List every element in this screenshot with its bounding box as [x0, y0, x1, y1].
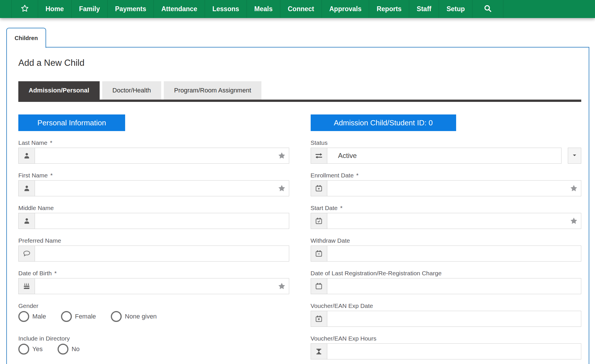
field-label: Enrollment Date * — [311, 172, 582, 179]
last-name-input[interactable] — [35, 148, 289, 163]
required-mark: * — [356, 172, 358, 179]
field-withdraw-date: Withdraw Date — [311, 237, 582, 262]
field-start-date: Start Date * — [311, 205, 582, 229]
field-last-name: Last Name * — [18, 139, 289, 164]
start-date-input[interactable] — [327, 213, 581, 229]
gender-male-radio[interactable]: Male — [18, 311, 46, 322]
swap-arrows-icon — [311, 148, 327, 163]
field-last-registration-charge-date: Date of Last Registration/Re-Registratio… — [311, 270, 582, 294]
field-label: First Name * — [18, 172, 289, 179]
directory-yes-radio[interactable]: Yes — [18, 344, 43, 355]
radio-circle[interactable] — [18, 311, 29, 322]
form-tabstrip: Admission/Personal Doctor/Health Program… — [18, 81, 581, 102]
nav-item-approvals[interactable]: Approvals — [322, 0, 369, 18]
tab-children-label: Children — [15, 35, 38, 41]
field-label: Status — [311, 139, 582, 146]
voucher-exp-date-input[interactable] — [327, 311, 581, 327]
tab-children[interactable]: Children — [6, 28, 46, 48]
page-title: Add a New Child — [18, 58, 581, 68]
nav-item-attendance[interactable]: Attendance — [153, 0, 204, 18]
label-text: Enrollment Date — [311, 172, 354, 179]
children-panel: Add a New Child Admission/Personal Docto… — [6, 47, 589, 364]
nav-item-home[interactable]: Home — [38, 0, 71, 18]
caret-down-icon — [572, 152, 578, 159]
field-label: Date of Birth * — [18, 270, 289, 277]
field-voucher-exp-date: Voucher/EAN Exp Date — [311, 302, 582, 327]
radio-label: Yes — [32, 345, 43, 353]
nav-item-staff[interactable]: Staff — [409, 0, 439, 18]
field-label: Middle Name — [18, 205, 289, 211]
radio-label: Female — [75, 313, 96, 320]
radio-circle[interactable] — [58, 344, 68, 355]
status-select[interactable]: Active — [311, 148, 562, 164]
search-button[interactable] — [472, 0, 503, 18]
nav-item-setup[interactable]: Setup — [439, 0, 472, 18]
label-text: Withdraw Date — [311, 237, 350, 244]
required-mark: * — [340, 205, 342, 211]
tab-admission-personal[interactable]: Admission/Personal — [18, 81, 100, 100]
field-label: Voucher/EAN Exp Hours — [311, 335, 582, 342]
calendar-icon — [311, 278, 327, 294]
top-navbar: Home Family Payments Attendance Lessons … — [0, 0, 595, 18]
last-registration-charge-date-input[interactable] — [327, 278, 581, 294]
person-icon — [19, 181, 35, 196]
nav-item-connect[interactable]: Connect — [280, 0, 322, 18]
search-icon — [483, 4, 492, 14]
person-icon — [19, 148, 35, 163]
nav-item-payments[interactable]: Payments — [107, 0, 154, 18]
field-label: Last Name * — [18, 139, 289, 146]
label-text: First Name — [18, 172, 48, 179]
field-voucher-exp-hours: Voucher/EAN Exp Hours — [311, 335, 582, 359]
enrollment-date-input[interactable] — [327, 181, 581, 196]
nav-item-meals[interactable]: Meals — [247, 0, 280, 18]
status-dropdown-button[interactable] — [568, 148, 581, 164]
radio-label: No — [72, 345, 80, 353]
field-label: Date of Last Registration/Re-Registratio… — [311, 270, 582, 277]
label-text: Middle Name — [18, 205, 54, 211]
tab-program-room-assignment[interactable]: Program/Room Assignment — [164, 81, 261, 100]
label-text: Date of Birth — [18, 270, 52, 277]
hourglass-icon — [311, 344, 327, 359]
calendar-check-icon — [311, 213, 327, 229]
voucher-exp-hours-input[interactable] — [327, 344, 581, 359]
tab-doctor-health[interactable]: Doctor/Health — [102, 81, 161, 100]
admission-header: Admission Child/Student ID: 0 — [311, 114, 456, 131]
nav-item-reports[interactable]: Reports — [369, 0, 409, 18]
gender-female-radio[interactable]: Female — [61, 311, 96, 322]
calendar-minus-icon — [311, 246, 327, 261]
speech-bubble-icon — [19, 246, 35, 261]
field-label: Withdraw Date — [311, 237, 582, 244]
radio-label: Male — [32, 313, 46, 320]
label-text: Status — [311, 139, 328, 146]
nav-item-family[interactable]: Family — [71, 0, 107, 18]
field-first-name: First Name * — [18, 172, 289, 196]
date-of-birth-input[interactable] — [35, 278, 289, 294]
radio-circle[interactable] — [18, 344, 29, 355]
middle-name-input[interactable] — [35, 213, 289, 229]
admission-section: Admission Child/Student ID: 0 Status Act… — [311, 114, 582, 359]
label-text: Last Name — [18, 139, 48, 146]
include-in-directory-group: Include in Directory Yes No — [18, 335, 289, 355]
label-text: Start Date — [311, 205, 338, 211]
calendar-x-icon — [311, 311, 327, 327]
field-date-of-birth: Date of Birth * — [18, 270, 289, 294]
person-icon — [19, 213, 35, 229]
label-text: Date of Last Registration/Re-Registratio… — [311, 270, 442, 277]
gender-none-given-radio[interactable]: None given — [111, 311, 157, 322]
nav-item-lessons[interactable]: Lessons — [205, 0, 247, 18]
tabstrip-underline — [18, 100, 581, 102]
favorites-star-icon — [20, 4, 29, 14]
radio-label: None given — [125, 313, 157, 320]
field-enrollment-date: Enrollment Date * — [311, 172, 582, 196]
first-name-input[interactable] — [35, 181, 289, 196]
withdraw-date-input[interactable] — [327, 246, 581, 261]
favorites-button[interactable] — [11, 0, 38, 18]
gender-group: Gender Male Female None given — [18, 302, 289, 322]
radio-circle[interactable] — [111, 311, 122, 322]
preferred-name-input[interactable] — [35, 246, 289, 261]
label-text: Voucher/EAN Exp Hours — [311, 335, 377, 342]
directory-no-radio[interactable]: No — [58, 344, 80, 355]
label-text: Preferred Name — [18, 237, 61, 244]
radio-circle[interactable] — [61, 311, 72, 322]
required-mark: * — [50, 139, 52, 146]
